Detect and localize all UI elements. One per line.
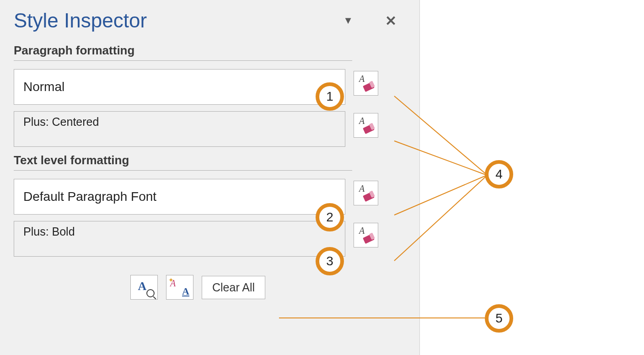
panel-menu-dropdown[interactable]: ▼ <box>343 15 353 27</box>
eraser-icon: A <box>358 118 374 133</box>
new-style-button[interactable]: ✦ A A <box>166 275 193 300</box>
paragraph-plus-row: Plus: Centered A <box>14 111 406 147</box>
close-icon[interactable]: ✕ <box>385 13 397 29</box>
text-plus-value: Plus: Bold <box>23 225 75 238</box>
callout-3: 3 <box>316 247 344 275</box>
bottom-button-row: A ✦ A A Clear All <box>130 275 406 300</box>
text-style-value: Default Paragraph Font <box>23 189 156 204</box>
magnifier-icon <box>146 289 155 297</box>
callout-2: 2 <box>316 203 344 231</box>
paragraph-plus-field[interactable]: Plus: Centered <box>14 111 345 147</box>
style-a-icon: A <box>170 278 176 289</box>
text-style-field[interactable]: Default Paragraph Font <box>14 179 345 215</box>
style-inspector-panel: Style Inspector ▼ ✕ Paragraph formatting… <box>0 0 420 355</box>
paragraph-style-field[interactable]: Normal <box>14 69 345 105</box>
eraser-icon: A <box>358 75 374 91</box>
callout-1: 1 <box>316 82 344 111</box>
callout-4: 4 <box>485 160 513 188</box>
reset-paragraph-style-button[interactable]: A <box>354 71 378 96</box>
paragraph-formatting-label: Paragraph formatting <box>14 43 406 59</box>
paragraph-plus-value: Plus: Centered <box>23 115 99 129</box>
paragraph-style-value: Normal <box>23 80 64 94</box>
panel-header: Style Inspector ▼ ✕ <box>14 9 406 32</box>
panel-title: Style Inspector <box>14 9 147 32</box>
callout-5: 5 <box>485 304 513 333</box>
text-plus-row: Plus: Bold A <box>14 221 406 257</box>
clear-paragraph-formatting-button[interactable]: A <box>354 113 378 138</box>
divider <box>14 170 352 171</box>
clear-character-formatting-button[interactable]: A <box>354 223 378 247</box>
text-plus-field[interactable]: Plus: Bold <box>14 221 345 257</box>
eraser-icon: A <box>358 227 374 243</box>
panel-controls: ▼ ✕ <box>343 13 397 29</box>
text-style-row: Default Paragraph Font A <box>14 179 406 215</box>
style-a-underline-icon: A <box>182 285 189 297</box>
reveal-formatting-button[interactable]: A <box>130 275 158 300</box>
eraser-icon: A <box>358 185 374 201</box>
clear-all-label: Clear All <box>212 281 255 294</box>
text-level-formatting-label: Text level formatting <box>14 153 406 168</box>
divider <box>14 60 352 61</box>
clear-all-button[interactable]: Clear All <box>202 276 265 299</box>
reveal-formatting-icon: A <box>138 280 147 293</box>
reset-character-style-button[interactable]: A <box>354 181 378 205</box>
paragraph-style-row: Normal A <box>14 69 406 105</box>
